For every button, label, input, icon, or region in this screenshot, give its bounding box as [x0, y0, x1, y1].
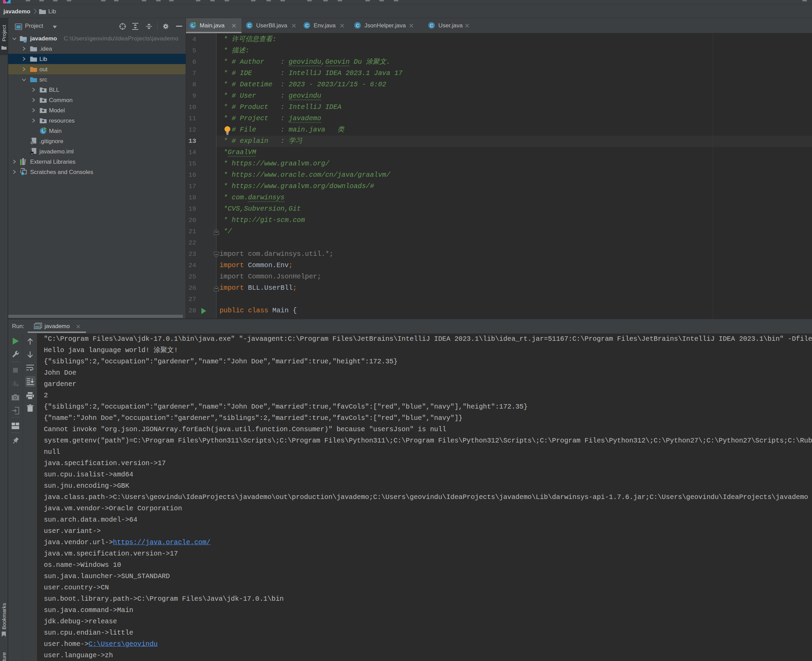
svg-text:C: C: [356, 23, 359, 28]
svg-text:C: C: [305, 23, 309, 28]
svg-text:C: C: [247, 23, 251, 28]
svg-text:C: C: [430, 23, 433, 28]
